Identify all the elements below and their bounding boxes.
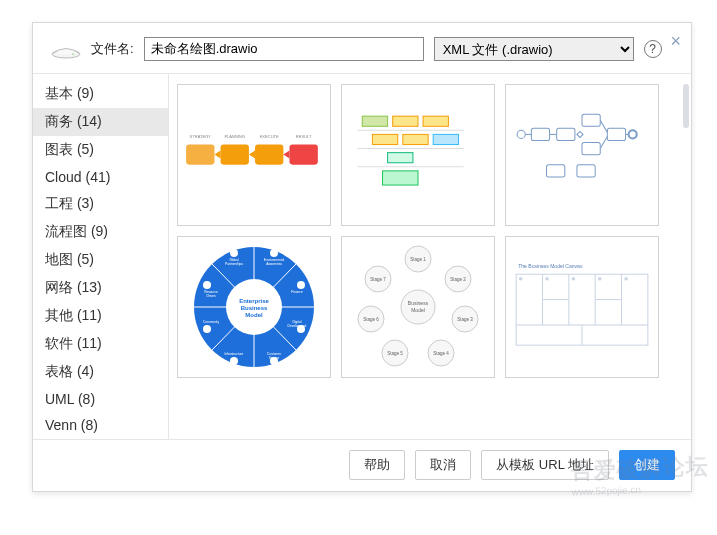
file-format-select[interactable]: XML 文件 (.drawio) [434, 37, 634, 61]
sidebar-item-maps[interactable]: 地图 (5) [33, 246, 168, 274]
svg-point-69 [203, 281, 211, 289]
svg-rect-101 [546, 278, 549, 281]
svg-point-67 [230, 357, 238, 365]
svg-line-37 [600, 137, 607, 149]
svg-text:Community: Community [203, 320, 220, 324]
svg-text:Stage 2: Stage 2 [450, 277, 466, 282]
svg-text:RESULT: RESULT [296, 135, 312, 140]
template-bpmn[interactable] [505, 84, 659, 226]
svg-marker-6 [214, 151, 220, 159]
sidebar-item-label: 工程 (3) [45, 195, 94, 211]
template-process-circles[interactable]: Business Model Stage 1 Stage 2 Stage 3 S… [341, 236, 495, 378]
from-template-url-button[interactable]: 从模板 URL 地址 [481, 450, 609, 480]
svg-point-1 [72, 53, 74, 54]
svg-text:Stage 5: Stage 5 [387, 351, 403, 356]
svg-text:Driven: Driven [206, 294, 215, 298]
filename-input[interactable] [144, 37, 424, 61]
create-button[interactable]: 创建 [619, 450, 675, 480]
sidebar-item-label: 网络 (13) [45, 279, 102, 295]
svg-point-33 [629, 131, 637, 139]
svg-rect-16 [372, 135, 397, 145]
new-diagram-dialog: × 文件名: XML 文件 (.drawio) ? 基本 (9) 商务 (14)… [32, 22, 692, 492]
svg-rect-13 [362, 116, 387, 126]
sidebar-item-venn[interactable]: Venn (8) [33, 412, 168, 438]
svg-rect-104 [625, 278, 628, 281]
svg-text:Stage 1: Stage 1 [410, 257, 426, 262]
sidebar-item-business[interactable]: 商务 (14) [33, 108, 168, 136]
template-swimlane[interactable] [341, 84, 495, 226]
dialog-header: 文件名: XML 文件 (.drawio) ? [33, 23, 691, 73]
svg-rect-20 [383, 171, 418, 185]
svg-text:Business: Business [241, 305, 268, 311]
filename-label: 文件名: [91, 40, 134, 58]
svg-point-68 [203, 325, 211, 333]
help-button[interactable]: 帮助 [349, 450, 405, 480]
sidebar-item-tables[interactable]: 表格 (4) [33, 358, 168, 386]
svg-point-62 [230, 249, 238, 257]
svg-marker-7 [249, 151, 255, 159]
sidebar-item-label: Venn (8) [45, 417, 98, 433]
scrollbar-thumb[interactable] [683, 84, 689, 128]
sidebar-item-wireframe[interactable]: 线框图 (5) [33, 438, 168, 439]
svg-point-64 [297, 281, 305, 289]
sidebar-item-other[interactable]: 其他 (11) [33, 302, 168, 330]
sidebar-item-label: 其他 (11) [45, 307, 102, 323]
disk-icon [51, 39, 81, 59]
template-enterprise-model[interactable]: GlobalPartnerships EnvironmentalAwarenes… [177, 236, 331, 378]
sidebar-item-label: 表格 (4) [45, 363, 94, 379]
svg-marker-30 [577, 132, 583, 138]
help-icon[interactable]: ? [644, 40, 662, 58]
sidebar-item-uml[interactable]: UML (8) [33, 386, 168, 412]
svg-rect-31 [547, 165, 565, 177]
svg-point-65 [297, 325, 305, 333]
svg-rect-2 [186, 145, 214, 165]
svg-text:Stage 7: Stage 7 [370, 277, 386, 282]
svg-point-63 [270, 249, 278, 257]
svg-text:STRATEGY: STRATEGY [190, 135, 212, 140]
svg-text:Stage 3: Stage 3 [457, 317, 473, 322]
svg-rect-32 [577, 165, 595, 177]
sidebar-item-cloud[interactable]: Cloud (41) [33, 164, 168, 190]
template-accountability[interactable]: STRATEGY PLANNING EXECUTE RESULT [177, 84, 331, 226]
sidebar-item-basic[interactable]: 基本 (9) [33, 80, 168, 108]
cancel-button[interactable]: 取消 [415, 450, 471, 480]
sidebar-item-charts[interactable]: 图表 (5) [33, 136, 168, 164]
svg-rect-100 [519, 278, 522, 281]
svg-text:Business: Business [408, 300, 429, 306]
svg-rect-14 [393, 116, 418, 126]
dialog-body: 基本 (9) 商务 (14) 图表 (5) Cloud (41) 工程 (3) … [33, 73, 691, 439]
svg-rect-27 [582, 114, 600, 126]
svg-text:Partnerships: Partnerships [225, 262, 243, 266]
sidebar-item-flowchart[interactable]: 流程图 (9) [33, 218, 168, 246]
sidebar-item-label: 基本 (9) [45, 85, 94, 101]
svg-text:Model: Model [245, 312, 263, 318]
category-sidebar: 基本 (9) 商务 (14) 图表 (5) Cloud (41) 工程 (3) … [33, 74, 169, 439]
svg-rect-26 [557, 129, 575, 141]
svg-rect-103 [598, 278, 601, 281]
svg-rect-5 [289, 145, 317, 165]
sidebar-item-label: UML (8) [45, 391, 95, 407]
svg-rect-17 [403, 135, 428, 145]
svg-marker-8 [283, 151, 289, 159]
sidebar-item-network[interactable]: 网络 (13) [33, 274, 168, 302]
svg-rect-18 [433, 135, 458, 145]
sidebar-item-label: Cloud (41) [45, 169, 110, 185]
svg-rect-25 [531, 129, 549, 141]
svg-rect-102 [572, 278, 575, 281]
svg-text:PLANNING: PLANNING [224, 135, 245, 140]
svg-text:Stage 6: Stage 6 [363, 317, 379, 322]
svg-point-66 [270, 357, 278, 365]
sidebar-item-label: 商务 (14) [45, 113, 102, 129]
sidebar-item-engineering[interactable]: 工程 (3) [33, 190, 168, 218]
sidebar-item-label: 流程图 (9) [45, 223, 108, 239]
svg-rect-4 [255, 145, 283, 165]
sidebar-item-label: 图表 (5) [45, 141, 94, 157]
svg-rect-19 [388, 153, 413, 163]
svg-text:Stage 4: Stage 4 [433, 351, 449, 356]
svg-rect-28 [582, 143, 600, 155]
sidebar-item-software[interactable]: 软件 (11) [33, 330, 168, 358]
svg-text:Finance: Finance [291, 290, 303, 294]
template-business-canvas[interactable]: The Business Model Canvas [505, 236, 659, 378]
close-icon[interactable]: × [670, 31, 681, 52]
dialog-footer: 帮助 取消 从模板 URL 地址 创建 [33, 439, 691, 490]
